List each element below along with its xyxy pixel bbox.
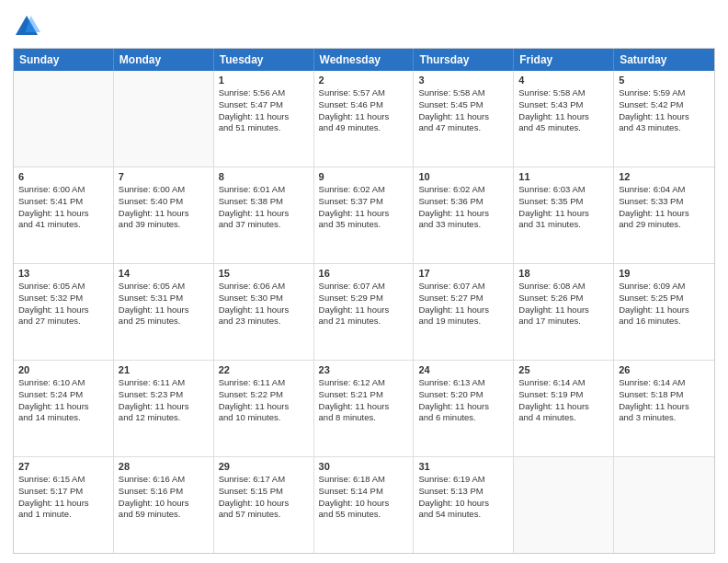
cell-line: Daylight: 10 hours xyxy=(319,498,409,510)
cell-line: Daylight: 11 hours xyxy=(18,208,108,220)
cell-line: and 17 minutes. xyxy=(518,316,609,327)
cell-line: Sunset: 5:47 PM xyxy=(219,99,309,111)
cal-cell-day-13: 13Sunrise: 6:05 AMSunset: 5:32 PMDayligh… xyxy=(14,264,114,360)
cal-cell-day-16: 16Sunrise: 6:07 AMSunset: 5:29 PMDayligh… xyxy=(314,264,415,360)
day-number: 23 xyxy=(319,364,409,375)
cell-line: and 31 minutes. xyxy=(518,219,609,231)
cell-line: Sunrise: 6:14 AM xyxy=(619,377,710,389)
cell-line: Sunset: 5:27 PM xyxy=(418,293,508,304)
cal-cell-day-11: 11Sunrise: 6:03 AMSunset: 5:35 PMDayligh… xyxy=(514,167,614,263)
cell-line: Sunset: 5:31 PM xyxy=(119,293,209,304)
cell-line: Sunset: 5:20 PM xyxy=(418,389,508,401)
cell-line: and 14 minutes. xyxy=(18,412,108,424)
cell-line: Daylight: 11 hours xyxy=(619,304,710,316)
cell-line: Daylight: 11 hours xyxy=(418,111,508,123)
cell-line: and 4 minutes. xyxy=(518,412,609,424)
day-number: 3 xyxy=(418,75,508,86)
cal-cell-empty xyxy=(514,457,614,553)
cell-line: Sunset: 5:32 PM xyxy=(18,293,108,304)
calendar-row-2: 13Sunrise: 6:05 AMSunset: 5:32 PMDayligh… xyxy=(14,264,714,361)
cell-line: Sunset: 5:45 PM xyxy=(418,99,508,111)
cell-line: Sunset: 5:40 PM xyxy=(119,196,209,208)
cal-cell-day-22: 22Sunrise: 6:11 AMSunset: 5:22 PMDayligh… xyxy=(214,361,314,456)
cell-line: Sunrise: 6:16 AM xyxy=(119,474,209,486)
cell-line: Sunrise: 6:06 AM xyxy=(219,281,309,293)
cell-line: Sunrise: 6:07 AM xyxy=(418,281,508,293)
cell-line: Daylight: 10 hours xyxy=(418,498,508,510)
header-day-tuesday: Tuesday xyxy=(214,49,314,71)
cell-line: Sunset: 5:23 PM xyxy=(119,389,209,401)
cell-line: and 59 minutes. xyxy=(119,509,209,521)
cal-cell-day-23: 23Sunrise: 6:12 AMSunset: 5:21 PMDayligh… xyxy=(314,361,415,456)
cell-line: Sunset: 5:33 PM xyxy=(619,196,710,208)
cal-cell-empty xyxy=(14,71,114,167)
cell-line: and 39 minutes. xyxy=(119,219,209,231)
day-number: 9 xyxy=(319,171,409,182)
cell-line: Daylight: 11 hours xyxy=(18,498,108,510)
cell-line: Sunset: 5:36 PM xyxy=(418,196,508,208)
cal-cell-day-1: 1Sunrise: 5:56 AMSunset: 5:47 PMDaylight… xyxy=(214,71,314,167)
day-number: 13 xyxy=(18,268,108,279)
day-number: 10 xyxy=(418,171,508,182)
day-number: 15 xyxy=(219,268,309,279)
cell-line: and 1 minute. xyxy=(18,509,108,521)
cell-line: Sunset: 5:26 PM xyxy=(518,293,609,304)
cell-line: Sunrise: 6:10 AM xyxy=(18,377,108,389)
cal-cell-day-18: 18Sunrise: 6:08 AMSunset: 5:26 PMDayligh… xyxy=(514,264,614,360)
day-number: 26 xyxy=(619,364,710,375)
cal-cell-day-5: 5Sunrise: 5:59 AMSunset: 5:42 PMDaylight… xyxy=(614,71,714,167)
day-number: 21 xyxy=(119,364,209,375)
cell-line: Sunrise: 6:04 AM xyxy=(619,184,710,196)
cell-line: Sunrise: 6:08 AM xyxy=(518,281,609,293)
cell-line: Sunrise: 6:05 AM xyxy=(18,281,108,293)
cell-line: Sunrise: 6:11 AM xyxy=(219,377,309,389)
cell-line: Daylight: 11 hours xyxy=(319,111,409,123)
cell-line: Sunrise: 5:59 AM xyxy=(619,87,710,99)
header xyxy=(13,9,715,40)
cell-line: and 25 minutes. xyxy=(119,316,209,327)
cell-line: Sunset: 5:22 PM xyxy=(219,389,309,401)
cell-line: Sunset: 5:35 PM xyxy=(518,196,609,208)
cell-line: Daylight: 11 hours xyxy=(518,401,609,413)
cell-line: Daylight: 11 hours xyxy=(18,304,108,316)
cal-cell-day-30: 30Sunrise: 6:18 AMSunset: 5:14 PMDayligh… xyxy=(314,457,415,553)
cell-line: Sunset: 5:41 PM xyxy=(18,196,108,208)
cal-cell-day-20: 20Sunrise: 6:10 AMSunset: 5:24 PMDayligh… xyxy=(14,361,114,456)
day-number: 25 xyxy=(518,364,609,375)
day-number: 20 xyxy=(18,364,108,375)
cell-line: Daylight: 11 hours xyxy=(319,304,409,316)
cell-line: Sunrise: 6:19 AM xyxy=(418,474,508,486)
cell-line: Sunrise: 6:13 AM xyxy=(418,377,508,389)
header-day-saturday: Saturday xyxy=(614,49,714,71)
cell-line: and 35 minutes. xyxy=(319,219,409,231)
cell-line: and 19 minutes. xyxy=(418,316,508,327)
cell-line: Sunrise: 6:17 AM xyxy=(219,474,309,486)
cell-line: Daylight: 11 hours xyxy=(219,208,309,220)
cell-line: Sunrise: 6:00 AM xyxy=(18,184,108,196)
cell-line: Daylight: 11 hours xyxy=(619,208,710,220)
cal-cell-day-27: 27Sunrise: 6:15 AMSunset: 5:17 PMDayligh… xyxy=(14,457,114,553)
cell-line: Sunset: 5:18 PM xyxy=(619,389,710,401)
day-number: 24 xyxy=(418,364,508,375)
day-number: 17 xyxy=(418,268,508,279)
cell-line: and 10 minutes. xyxy=(219,412,309,424)
cell-line: Daylight: 11 hours xyxy=(418,208,508,220)
cell-line: Sunrise: 6:02 AM xyxy=(418,184,508,196)
cell-line: and 57 minutes. xyxy=(219,509,309,521)
cell-line: Sunrise: 6:07 AM xyxy=(319,281,409,293)
header-day-monday: Monday xyxy=(114,49,214,71)
cell-line: Sunrise: 6:15 AM xyxy=(18,474,108,486)
cell-line: Sunrise: 5:58 AM xyxy=(418,87,508,99)
day-number: 18 xyxy=(518,268,609,279)
cell-line: Daylight: 11 hours xyxy=(219,111,309,123)
cell-line: Daylight: 11 hours xyxy=(119,304,209,316)
cell-line: Sunset: 5:42 PM xyxy=(619,99,710,111)
cal-cell-day-7: 7Sunrise: 6:00 AMSunset: 5:40 PMDaylight… xyxy=(114,167,214,263)
day-number: 27 xyxy=(18,461,108,472)
cell-line: Daylight: 11 hours xyxy=(319,208,409,220)
cal-cell-day-8: 8Sunrise: 6:01 AMSunset: 5:38 PMDaylight… xyxy=(214,167,314,263)
calendar-row-4: 27Sunrise: 6:15 AMSunset: 5:17 PMDayligh… xyxy=(14,457,714,553)
cal-cell-day-21: 21Sunrise: 6:11 AMSunset: 5:23 PMDayligh… xyxy=(114,361,214,456)
logo xyxy=(13,13,44,40)
cell-line: Sunrise: 6:09 AM xyxy=(619,281,710,293)
